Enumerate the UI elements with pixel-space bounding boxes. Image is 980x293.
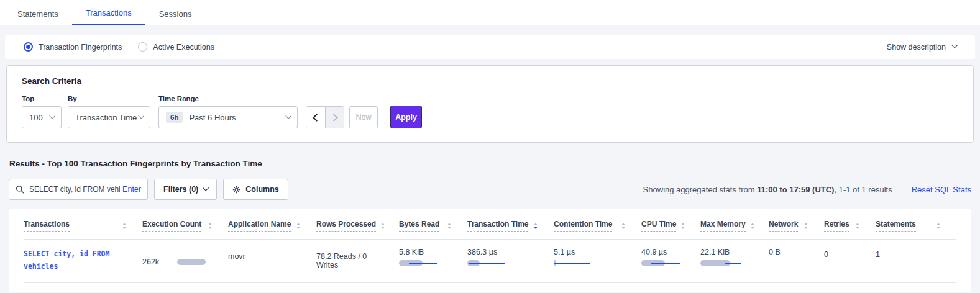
time-range-badge: 6h bbox=[166, 112, 183, 123]
view-toggle-bar: Transaction Fingerprints Active Executio… bbox=[5, 35, 975, 59]
sort-icon bbox=[681, 223, 685, 229]
application-name-cell: movr bbox=[228, 240, 316, 282]
results-toolbar: Enter Filters (0) Columns Showing aggreg… bbox=[9, 179, 971, 200]
chevron-right-icon bbox=[330, 114, 338, 122]
column-header-network[interactable]: Network bbox=[769, 209, 824, 239]
bytes-read-cell: 5.8 KiB bbox=[399, 240, 467, 282]
radio-active-executions[interactable]: Active Executions bbox=[138, 42, 214, 52]
execution-count-cell: 262k bbox=[142, 240, 228, 282]
enter-hint: Enter bbox=[122, 185, 141, 194]
search-icon bbox=[16, 185, 24, 194]
by-select[interactable]: Transaction Time bbox=[68, 106, 150, 128]
stats-time-range: 11:00 to 17:59 (UTC) bbox=[757, 185, 834, 194]
time-nav-group bbox=[306, 106, 344, 128]
previous-time-button[interactable] bbox=[306, 107, 325, 128]
tab-transactions[interactable]: Transactions bbox=[72, 1, 145, 25]
max-memory-cell: 22.1 KiB bbox=[700, 240, 769, 282]
sort-icon bbox=[804, 223, 808, 229]
rows-processed-cell: 78.2 Reads / 0 Writes bbox=[316, 240, 399, 282]
radio-unselected-icon bbox=[138, 42, 147, 52]
sort-icon bbox=[296, 223, 300, 229]
chevron-down-icon bbox=[138, 113, 144, 119]
max-memory-bar bbox=[700, 260, 739, 266]
aggregated-stats-text: Showing aggregated stats from 11:00 to 1… bbox=[643, 185, 892, 194]
top-field: Top 100 bbox=[22, 95, 62, 128]
column-header-application-name[interactable]: Application Name bbox=[228, 209, 316, 239]
gear-icon bbox=[232, 186, 240, 194]
transaction-time-cell: 386.3 µs bbox=[467, 240, 554, 282]
table-row: SELECT city, id FROM vehicles 262k movr … bbox=[24, 240, 956, 283]
columns-button[interactable]: Columns bbox=[223, 179, 288, 200]
transactions-table: Transactions Execution Count Application… bbox=[9, 209, 971, 292]
execution-count-bar bbox=[177, 259, 206, 265]
next-time-button[interactable] bbox=[325, 107, 344, 128]
filters-button[interactable]: Filters (0) bbox=[154, 179, 217, 200]
chevron-left-icon bbox=[313, 114, 321, 122]
time-range-field: Time Range 6h Past 6 Hours bbox=[158, 95, 298, 128]
transaction-cell: SELECT city, id FROM vehicles bbox=[24, 240, 142, 282]
column-header-transactions[interactable]: Transactions bbox=[24, 209, 142, 239]
bytes-read-bar bbox=[399, 260, 437, 266]
sort-icon bbox=[381, 223, 385, 229]
search-criteria-panel: Search Criteria Top 100 By Transaction T… bbox=[6, 65, 974, 143]
sort-icon bbox=[621, 223, 625, 229]
radio-transaction-fingerprints[interactable]: Transaction Fingerprints bbox=[24, 42, 122, 52]
sort-icon bbox=[751, 223, 754, 229]
sort-icon bbox=[208, 223, 212, 229]
show-description-toggle[interactable]: Show description bbox=[887, 43, 956, 52]
statements-cell: 1 bbox=[876, 240, 956, 282]
reset-sql-stats-link[interactable]: Reset SQL Stats bbox=[912, 185, 971, 194]
time-range-value: Past 6 Hours bbox=[189, 113, 236, 122]
column-header-retries[interactable]: Retries bbox=[824, 209, 876, 239]
results-heading: Results - Top 100 Transaction Fingerprin… bbox=[9, 159, 980, 168]
column-header-max-memory[interactable]: Max Memory bbox=[700, 209, 769, 239]
network-cell: 0 B bbox=[769, 240, 824, 282]
chevron-down-icon bbox=[285, 113, 291, 119]
by-value: Transaction Time bbox=[75, 113, 137, 122]
transaction-fingerprint-link[interactable]: SELECT city, id FROM vehicles bbox=[24, 248, 132, 273]
retries-cell: 0 bbox=[824, 240, 876, 282]
column-header-rows-processed[interactable]: Rows Processed bbox=[316, 209, 399, 239]
now-button[interactable]: Now bbox=[349, 106, 378, 128]
column-header-transaction-time[interactable]: Transaction Time bbox=[467, 209, 554, 239]
sort-icon bbox=[936, 223, 940, 229]
columns-label: Columns bbox=[245, 185, 278, 194]
cpu-time-bar bbox=[641, 260, 680, 266]
chevron-down-icon bbox=[49, 113, 55, 119]
divider bbox=[902, 180, 902, 199]
time-range-select[interactable]: 6h Past 6 Hours bbox=[158, 106, 298, 128]
column-header-execution-count[interactable]: Execution Count bbox=[142, 209, 228, 239]
radio-label: Transaction Fingerprints bbox=[39, 43, 122, 52]
contention-time-bar bbox=[554, 260, 592, 266]
column-header-bytes-read[interactable]: Bytes Read bbox=[399, 209, 467, 239]
sort-icon bbox=[856, 223, 859, 229]
by-field: By Transaction Time bbox=[68, 95, 150, 128]
top-label: Top bbox=[22, 95, 62, 102]
column-header-contention-time[interactable]: Contention Time bbox=[554, 209, 641, 239]
top-select[interactable]: 100 bbox=[22, 106, 62, 128]
filters-label: Filters (0) bbox=[163, 185, 198, 194]
column-header-statements[interactable]: Statements bbox=[876, 209, 956, 239]
cpu-time-cell: 40.9 µs bbox=[641, 240, 700, 282]
transactions-page: Statements Transactions Sessions Transac… bbox=[0, 0, 980, 293]
sort-icon-active bbox=[534, 223, 538, 229]
transaction-time-bar bbox=[467, 260, 506, 266]
sort-icon bbox=[447, 223, 451, 229]
top-value: 100 bbox=[29, 113, 43, 122]
tab-bar: Statements Transactions Sessions bbox=[0, 0, 980, 25]
apply-button[interactable]: Apply bbox=[390, 106, 422, 128]
tab-statements[interactable]: Statements bbox=[4, 2, 72, 25]
radio-selected-icon bbox=[24, 42, 33, 52]
chevron-down-icon bbox=[203, 185, 209, 191]
chevron-down-icon bbox=[951, 42, 958, 48]
search-criteria-title: Search Criteria bbox=[22, 76, 958, 86]
time-range-label: Time Range bbox=[158, 95, 298, 102]
column-header-cpu-time[interactable]: CPU Time bbox=[641, 209, 700, 239]
table-header-row: Transactions Execution Count Application… bbox=[24, 209, 956, 240]
search-input[interactable] bbox=[29, 185, 120, 194]
sort-icon bbox=[122, 223, 126, 229]
radio-label: Active Executions bbox=[153, 43, 214, 52]
by-label: By bbox=[68, 95, 150, 102]
tab-sessions[interactable]: Sessions bbox=[145, 2, 206, 25]
search-box[interactable]: Enter bbox=[9, 179, 148, 200]
